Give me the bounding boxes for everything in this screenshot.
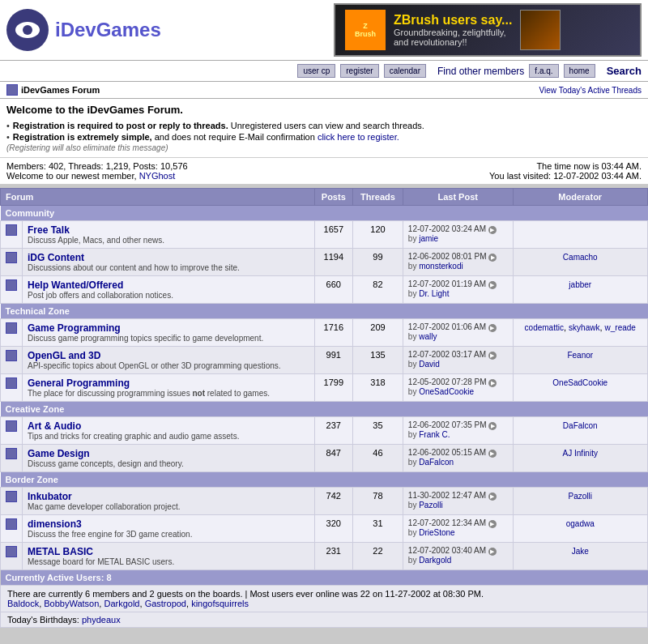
last-post-author-link[interactable]: monsterkodi	[419, 262, 463, 271]
last-post-goto-icon[interactable]: ▶	[488, 254, 497, 262]
forum-info-cell: Help Wanted/Offered Post job offers and …	[23, 276, 315, 304]
forum-name-link[interactable]: Game Programming	[28, 322, 121, 334]
moderator-link[interactable]: skyhawk	[569, 323, 599, 332]
forum-name-link[interactable]: METAL BASIC	[28, 546, 93, 557]
moderator-link[interactable]: Feanor	[567, 351, 593, 360]
banner-image-placeholder	[520, 10, 561, 50]
last-post-author-link[interactable]: DrieStone	[419, 528, 454, 537]
moderator-link[interactable]: Pazolli	[569, 492, 592, 501]
forum-desc: Post job offers and collaboration notice…	[28, 291, 309, 300]
last-post-goto-icon[interactable]: ▶	[488, 493, 497, 501]
last-post-goto-icon[interactable]: ▶	[488, 324, 497, 332]
faq-button[interactable]: f.a.q.	[529, 64, 558, 78]
last-post-goto-icon[interactable]: ▶	[488, 379, 497, 387]
last-post-by-label: by	[408, 289, 419, 298]
advertisement-banner[interactable]: ZBrush ZBrush users say... Groundbreakin…	[334, 3, 642, 57]
forum-name-link[interactable]: OpenGL and 3D	[28, 350, 100, 361]
last-post-author-link[interactable]: wally	[419, 332, 437, 341]
forum-desc: Mac game developer collaboration project…	[28, 502, 309, 511]
table-row: Free Talk Discuss Apple, Macs, and other…	[1, 221, 648, 249]
last-post-by-label: by	[408, 458, 419, 467]
forum-mini-icon	[6, 350, 17, 361]
register-button[interactable]: register	[340, 64, 378, 78]
forum-threads-cell: 78	[353, 488, 403, 515]
active-user-link[interactable]: BobbyWatson	[44, 599, 99, 608]
register-link[interactable]: click here to register.	[318, 132, 399, 142]
forum-lastpost-cell: 12-06-2002 08:01 PM ▶ by monsterkodi	[403, 249, 513, 276]
active-user-link[interactable]: kingofsquirrels	[191, 599, 249, 608]
last-post-author-link[interactable]: David	[419, 360, 440, 369]
page-title-bar: iDevGames Forum View Today's Active Thre…	[0, 82, 648, 99]
last-post-goto-icon[interactable]: ▶	[488, 226, 497, 234]
stats-bar: Members: 402, Threads: 1,219, Posts: 10,…	[0, 158, 648, 185]
forum-name-link[interactable]: Help Wanted/Offered	[28, 279, 123, 291]
active-threads-link[interactable]: View Today's Active Threads	[539, 86, 642, 95]
active-user-link[interactable]: Baldock	[7, 599, 39, 608]
last-post-by-label: by	[408, 262, 419, 271]
forum-name-link[interactable]: Free Talk	[28, 224, 70, 236]
section-header: Community	[1, 206, 648, 221]
forum-icon-cell	[1, 374, 23, 402]
forum-name-link[interactable]: Inkubator	[28, 491, 72, 502]
forum-name-link[interactable]: dimension3	[28, 518, 82, 530]
forum-threads-cell: 31	[353, 515, 403, 543]
home-button[interactable]: home	[564, 64, 595, 78]
table-row: Inkubator Mac game developer collaborati…	[1, 488, 648, 515]
logo-i: i	[55, 19, 61, 41]
birthdays-label: Today's Birthdays:	[7, 615, 79, 625]
moderator-link[interactable]: jabber	[569, 280, 591, 289]
last-post-author-link[interactable]: Pazolli	[419, 501, 442, 510]
forum-name-link[interactable]: Art & Audio	[28, 420, 81, 432]
moderator-link[interactable]: OneSadCookie	[552, 378, 608, 387]
forum-name-link[interactable]: Game Design	[28, 448, 90, 459]
last-post-author-link[interactable]: Dr. Light	[419, 289, 449, 298]
birthday-user-link[interactable]: phydeaux	[82, 615, 121, 625]
moderator-link[interactable]: ogadwa	[566, 519, 595, 528]
last-post-by-label: by	[408, 332, 419, 341]
nav-bar: user cp register calendar Find other mem…	[0, 61, 648, 82]
last-post-goto-icon[interactable]: ▶	[488, 450, 497, 458]
moderator-link[interactable]: Jake	[572, 547, 589, 556]
table-row: General Programming The place for discus…	[1, 374, 648, 402]
active-user-link[interactable]: Gastropod	[145, 599, 186, 608]
calendar-button[interactable]: calendar	[384, 64, 426, 78]
last-post-author-link[interactable]: OneSadCookie	[419, 387, 474, 396]
welcome-heading: Welcome to the iDevGames Forum.	[6, 104, 642, 116]
stats-left: Members: 402, Threads: 1,219, Posts: 10,…	[6, 161, 188, 181]
search-link[interactable]: Search	[607, 65, 642, 77]
last-post-goto-icon[interactable]: ▶	[488, 422, 497, 430]
last-post-date: 12-06-2002 08:01 PM	[408, 252, 487, 261]
forum-moderator-cell: ogadwa	[513, 515, 647, 543]
last-post-author-link[interactable]: DaFalcon	[419, 458, 454, 467]
moderator-link[interactable]: w_reade	[605, 323, 636, 332]
usercp-button[interactable]: user cp	[297, 64, 335, 78]
forum-moderator-cell: Camacho	[513, 249, 647, 276]
moderator-link[interactable]: codemattic	[525, 323, 564, 332]
moderator-link[interactable]: Camacho	[563, 253, 598, 262]
forum-lastpost-cell: 12-07-2002 03:40 AM ▶ by Darkgold	[403, 543, 513, 570]
last-post-author-link[interactable]: Frank C.	[419, 430, 450, 439]
last-post-goto-icon[interactable]: ▶	[488, 548, 497, 556]
forum-info-cell: Art & Audio Tips and tricks for creating…	[23, 417, 315, 445]
forum-info-cell: OpenGL and 3D API-specific topics about …	[23, 347, 315, 374]
forum-desc: Tips and tricks for creating graphic and…	[28, 432, 309, 441]
last-post-author-link[interactable]: jamie	[419, 234, 438, 243]
active-users-content-row: There are currently 6 members and 2 gues…	[1, 586, 648, 612]
moderator-link[interactable]: DaFalcon	[563, 421, 598, 430]
last-post-author-link[interactable]: Darkgold	[419, 556, 451, 565]
newest-member-link[interactable]: NYGhost	[139, 171, 176, 181]
last-post-goto-icon[interactable]: ▶	[488, 520, 497, 528]
last-post-goto-icon[interactable]: ▶	[488, 281, 497, 289]
table-row: OpenGL and 3D API-specific topics about …	[1, 347, 648, 374]
forum-posts-cell: 1716	[314, 319, 353, 347]
banner-subtext2: and revolutionary!!	[394, 37, 512, 47]
moderator-link[interactable]: AJ Infinity	[563, 449, 598, 458]
banner-text: ZBrush users say... Groundbreaking, zeli…	[394, 13, 512, 47]
active-user-link[interactable]: Darkgold	[104, 599, 139, 608]
last-post-goto-icon[interactable]: ▶	[488, 352, 497, 360]
active-users-header: Currently Active Users: 8	[1, 570, 648, 586]
forum-name-link[interactable]: iDG Content	[28, 252, 84, 263]
forum-mini-icon	[6, 322, 17, 334]
header: iDevGames ZBrush ZBrush users say... Gro…	[0, 0, 648, 61]
forum-name-link[interactable]: General Programming	[28, 377, 130, 389]
